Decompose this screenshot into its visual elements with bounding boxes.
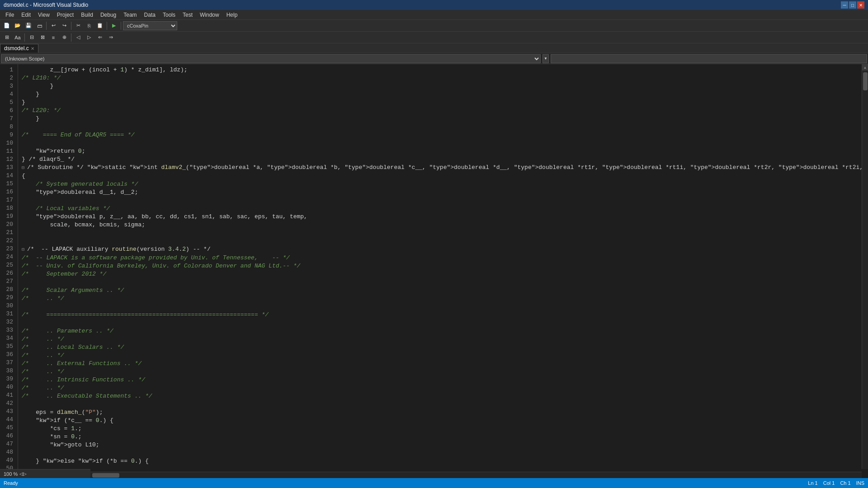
menu-file[interactable]: File (2, 11, 18, 19)
code-line[interactable] (22, 278, 858, 286)
open-file-button[interactable]: 📂 (13, 21, 23, 30)
code-line[interactable]: /* -- LAPACK is a software package provi… (22, 254, 858, 262)
code-line[interactable] (22, 319, 858, 327)
code-line[interactable] (22, 400, 858, 408)
minimize-button[interactable]: ─ (841, 1, 848, 9)
code-editor[interactable]: z__[jrow + (incol + 1) * z_dim1], ldz);/… (18, 64, 862, 469)
code-line[interactable]: /* -- Univ. of California Berkeley, Univ… (22, 262, 858, 270)
redo-button[interactable]: ↪ (59, 21, 69, 30)
toolbar2-btn3[interactable]: ⊟ (27, 33, 37, 42)
menu-tools[interactable]: Tools (159, 11, 179, 19)
code-line[interactable] (22, 139, 858, 147)
line-number: 13 (0, 164, 16, 172)
code-line[interactable]: } (22, 115, 858, 123)
menu-edit[interactable]: Edit (18, 11, 34, 19)
restore-button[interactable]: □ (849, 1, 856, 9)
code-line[interactable]: scale, bcmax, bcmis, sigma; (22, 221, 858, 229)
code-line[interactable]: z__[jrow + (incol + 1) * z_dim1], ldz); (22, 66, 858, 74)
menu-view[interactable]: View (34, 11, 53, 19)
code-line[interactable]: } (22, 82, 858, 90)
scope-dropdown-arrow[interactable]: ▼ (542, 54, 549, 63)
start-button[interactable]: ▶ (109, 21, 119, 30)
toolbar2-btn6[interactable]: ⊕ (59, 33, 69, 42)
code-line[interactable] (22, 237, 858, 245)
menu-build[interactable]: Build (77, 11, 97, 19)
code-line[interactable]: /* .. Local Scalars .. */ (22, 343, 858, 352)
menu-project[interactable]: Project (53, 11, 77, 19)
undo-button[interactable]: ↩ (48, 21, 58, 30)
code-line[interactable]: "kw">if (*c__ == 0.) { (22, 417, 858, 425)
code-line[interactable]: /* System generated locals */ (22, 180, 858, 188)
code-line[interactable]: /* .. Parameters .. */ (22, 327, 858, 335)
code-line[interactable] (22, 229, 858, 237)
code-line[interactable]: ⊟/* Subroutine */ "kw">static "kw">int d… (22, 164, 858, 172)
configuration-dropdown[interactable]: cCoxaPin (123, 21, 177, 30)
code-line[interactable] (22, 449, 858, 457)
code-line[interactable]: } /* dlaqr5_ */ (22, 155, 858, 164)
toolbar2-btn4[interactable]: ⊠ (38, 33, 47, 42)
vertical-scrollbar[interactable]: ▲ (862, 64, 868, 469)
scroll-h-thumb[interactable] (92, 473, 119, 478)
code-line[interactable]: /* .. */ (22, 352, 858, 360)
code-line[interactable]: "kw">return 0; (22, 147, 858, 155)
code-line[interactable]: *sn = 0.; (22, 433, 858, 441)
line-number: 47 (0, 440, 16, 448)
menu-team[interactable]: Team (120, 11, 140, 19)
code-line[interactable]: ⊟/* -- LAPACK auxiliary routine(version … (22, 245, 858, 254)
code-line[interactable]: /* .. */ (22, 335, 858, 343)
code-line[interactable] (22, 123, 858, 131)
tab-close-icon[interactable]: ✕ (31, 46, 34, 51)
menu-test[interactable]: Test (179, 11, 196, 19)
zoom-slider[interactable]: ◁▷ (19, 471, 27, 476)
file-tab-dsmodel[interactable]: dsmodel.c ✕ (0, 44, 38, 53)
scroll-up-button[interactable]: ▲ (862, 64, 868, 70)
save-all-button[interactable]: 🗃 (34, 21, 44, 30)
code-line[interactable]: "kw">goto L10; (22, 441, 858, 449)
code-line[interactable]: eps = dlamch_("P"); (22, 408, 858, 417)
code-line[interactable]: /* ==== End of DLAQR5 ==== */ (22, 131, 858, 139)
copy-button[interactable]: ⎘ (84, 21, 94, 30)
scope-dropdown[interactable]: (Unknown Scope) (1, 54, 541, 63)
code-line[interactable]: /* L210: */ (22, 74, 858, 82)
code-line[interactable]: "type">doublereal d__1, d__2; (22, 188, 858, 197)
paste-button[interactable]: 📋 (95, 21, 105, 30)
menu-help[interactable]: Help (223, 11, 241, 19)
scroll-thumb[interactable] (863, 72, 868, 90)
menu-debug[interactable]: Debug (97, 11, 120, 19)
code-line[interactable]: /* .. External Functions .. */ (22, 360, 858, 368)
title-bar-controls[interactable]: ─ □ ✕ (841, 1, 864, 9)
code-line[interactable]: /* Local variables */ (22, 205, 858, 213)
close-button[interactable]: ✕ (857, 1, 864, 9)
code-line[interactable]: /* .. Intrinsic Functions .. */ (22, 376, 858, 384)
toolbar2-btn7[interactable]: ◁ (73, 33, 83, 42)
code-line[interactable]: /* .. Executable Statements .. */ (22, 392, 858, 400)
code-line[interactable]: { (22, 172, 858, 180)
toolbar2-btn10[interactable]: ⇒ (106, 33, 116, 42)
toolbar2-btn5[interactable]: ≡ (48, 33, 58, 42)
code-line[interactable]: /* =====================================… (22, 311, 858, 319)
code-line[interactable]: /* September 2012 */ (22, 270, 858, 278)
code-line[interactable]: } "kw">else "kw">if (*b == 0.) { (22, 457, 858, 465)
code-line[interactable]: } (22, 90, 858, 99)
menu-window[interactable]: Window (196, 11, 223, 19)
save-button[interactable]: 💾 (24, 21, 33, 30)
code-line[interactable]: /* .. */ (22, 384, 858, 392)
code-line[interactable]: /* .. */ (22, 295, 858, 303)
code-line[interactable]: } (22, 99, 858, 107)
horizontal-scrollbar[interactable] (90, 472, 862, 478)
menu-data[interactable]: Data (141, 11, 159, 19)
code-line[interactable] (22, 465, 858, 469)
code-line[interactable] (22, 197, 858, 205)
code-line[interactable]: /* L220: */ (22, 107, 858, 115)
toolbar2-btn2[interactable]: Aa (13, 33, 23, 42)
code-line[interactable] (22, 303, 858, 311)
toolbar2-btn8[interactable]: ▷ (84, 33, 94, 42)
code-line[interactable]: *cs = 1.; (22, 425, 858, 433)
cut-button[interactable]: ✂ (73, 21, 83, 30)
toolbar2-btn1[interactable]: ⊞ (2, 33, 12, 42)
code-line[interactable]: "type">doublereal p, z__, aa, bb, cc, dd… (22, 213, 858, 221)
code-line[interactable]: /* .. */ (22, 368, 858, 376)
code-line[interactable]: /* Scalar Arguments .. */ (22, 286, 858, 295)
toolbar2-btn9[interactable]: ⇐ (95, 33, 105, 42)
new-file-button[interactable]: 📄 (2, 21, 12, 30)
